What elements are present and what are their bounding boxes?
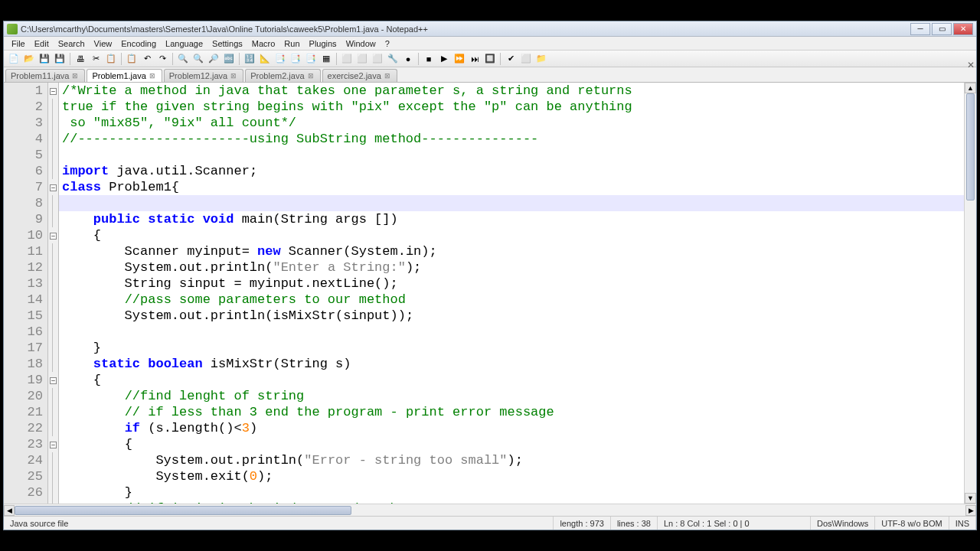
toolbar-button-9[interactable]: ↷ bbox=[155, 52, 169, 66]
code-line[interactable]: } bbox=[62, 340, 964, 356]
code-line[interactable]: { bbox=[62, 372, 964, 388]
toolbar-button-2[interactable]: 💾 bbox=[38, 52, 51, 66]
toolbar-button-0[interactable]: 📄 bbox=[7, 52, 21, 66]
toolbar-button-16[interactable]: 📑 bbox=[273, 52, 287, 66]
scroll-up-arrow-icon[interactable]: ▲ bbox=[965, 83, 976, 93]
code-line[interactable]: } bbox=[62, 484, 964, 500]
toolbar-button-17[interactable]: 📑 bbox=[289, 52, 302, 66]
tab-Problem1-java[interactable]: Problem1.java⊠ bbox=[87, 69, 162, 82]
toolbar-button-10[interactable]: 🔍 bbox=[176, 52, 190, 66]
horizontal-scrollbar[interactable]: ◀ ▶ bbox=[4, 504, 976, 516]
code-line[interactable]: System.out.println("Error - string too s… bbox=[62, 452, 964, 468]
tab-close-icon[interactable]: ⊠ bbox=[149, 72, 157, 80]
code-line[interactable]: String sinput = myinput.nextLine(); bbox=[62, 276, 964, 292]
fold-minus-icon[interactable]: − bbox=[50, 377, 57, 384]
code-line[interactable]: System.out.println(isMixStr(sinput)); bbox=[62, 308, 964, 324]
scroll-down-arrow-icon[interactable]: ▼ bbox=[965, 493, 976, 504]
fold-minus-icon[interactable]: − bbox=[50, 442, 57, 448]
toolbar-button-28[interactable]: ⏭ bbox=[468, 52, 482, 66]
code-line[interactable]: System.out.println("Enter a String:"); bbox=[62, 259, 964, 276]
toolbar-button-1[interactable]: 📂 bbox=[22, 52, 36, 66]
panel-close-icon[interactable]: ✕ bbox=[967, 60, 975, 70]
toolbar-button-20[interactable]: ⬜ bbox=[340, 52, 354, 66]
tab-close-icon[interactable]: ⊠ bbox=[230, 72, 238, 80]
fold-minus-icon[interactable]: − bbox=[50, 233, 57, 240]
scroll-thumb-vertical[interactable] bbox=[966, 93, 975, 201]
toolbar-button-18[interactable]: 📑 bbox=[304, 52, 318, 66]
toolbar-button-13[interactable]: 🔤 bbox=[222, 52, 236, 66]
menu-encoding[interactable]: Encoding bbox=[116, 37, 161, 50]
code-line[interactable]: class Problem1{ bbox=[62, 179, 964, 195]
toolbar-button-6[interactable]: 📋 bbox=[104, 52, 118, 66]
code-line[interactable]: // if less than 3 end the program - prin… bbox=[62, 404, 964, 420]
toolbar-button-32[interactable]: 📁 bbox=[534, 52, 548, 66]
toolbar-button-25[interactable]: ■ bbox=[422, 52, 436, 66]
code-line[interactable]: true if the given string begins with "pi… bbox=[62, 99, 964, 115]
tab-Problem2-java[interactable]: Problem2.java⊠ bbox=[245, 69, 320, 82]
menu-settings[interactable]: Settings bbox=[207, 37, 247, 50]
toolbar-button-3[interactable]: 💾 bbox=[53, 52, 67, 66]
close-button[interactable]: ✕ bbox=[953, 23, 973, 35]
menu-help[interactable]: ? bbox=[381, 37, 394, 50]
tab-Problem12-java[interactable]: Problem12.java⊠ bbox=[164, 69, 243, 82]
code-line[interactable]: import java.util.Scanner; bbox=[62, 163, 964, 179]
tab-close-icon[interactable]: ⊠ bbox=[384, 72, 392, 80]
toolbar-button-30[interactable]: ✔ bbox=[504, 52, 518, 66]
code-line[interactable] bbox=[62, 324, 964, 340]
scroll-left-arrow-icon[interactable]: ◀ bbox=[4, 505, 15, 516]
tab-exercise2-java[interactable]: exercise2.java⊠ bbox=[322, 69, 397, 82]
menu-plugins[interactable]: Plugins bbox=[305, 37, 341, 50]
toolbar-button-31[interactable]: ⬜ bbox=[519, 52, 533, 66]
menu-file[interactable]: File bbox=[7, 37, 30, 50]
toolbar-button-22[interactable]: ⬜ bbox=[371, 52, 384, 66]
fold-minus-icon[interactable]: − bbox=[50, 184, 57, 191]
toolbar-button-29[interactable]: 🔲 bbox=[483, 52, 497, 66]
toolbar-button-5[interactable]: ✂ bbox=[89, 52, 103, 66]
code-line[interactable]: { bbox=[62, 436, 964, 452]
toolbar-button-14[interactable]: 🔢 bbox=[243, 52, 256, 66]
toolbar-button-27[interactable]: ⏩ bbox=[452, 52, 466, 66]
menu-run[interactable]: Run bbox=[279, 37, 304, 50]
menu-window[interactable]: Window bbox=[341, 37, 381, 50]
menu-view[interactable]: View bbox=[90, 37, 117, 50]
code-line[interactable]: so "mix85", "9ix" all count*/ bbox=[62, 115, 964, 131]
toolbar-button-12[interactable]: 🔎 bbox=[207, 52, 220, 66]
code-line[interactable]: static boolean isMixStr(String s) bbox=[62, 356, 964, 372]
tab-close-icon[interactable]: ⊠ bbox=[308, 72, 315, 80]
code-line[interactable]: public static void main(String args []) bbox=[62, 211, 964, 227]
fold-minus-icon[interactable]: − bbox=[50, 88, 57, 95]
toolbar-button-26[interactable]: ▶ bbox=[437, 52, 451, 66]
scroll-right-arrow-icon[interactable]: ▶ bbox=[965, 505, 976, 516]
menu-macro[interactable]: Macro bbox=[247, 37, 280, 50]
code-line[interactable] bbox=[62, 147, 964, 163]
scroll-thumb-horizontal[interactable] bbox=[15, 506, 351, 515]
menu-search[interactable]: Search bbox=[54, 37, 90, 50]
toolbar-button-4[interactable]: 🖶 bbox=[74, 52, 87, 66]
vertical-scrollbar[interactable]: ▲ ▼ bbox=[964, 83, 976, 504]
toolbar-button-24[interactable]: ● bbox=[401, 52, 415, 66]
code-line[interactable]: // if ix is in the index 1 and 2 then re… bbox=[62, 500, 964, 504]
toolbar-button-11[interactable]: 🔍 bbox=[191, 52, 205, 66]
toolbar-button-8[interactable]: ↶ bbox=[140, 52, 154, 66]
code-line[interactable]: //find lenght of string bbox=[62, 388, 964, 404]
maximize-button[interactable]: ▭ bbox=[932, 23, 952, 35]
toolbar-button-19[interactable]: ▦ bbox=[319, 52, 333, 66]
minimize-button[interactable]: ─ bbox=[910, 23, 930, 35]
code-line[interactable]: //pass some parameters to our method bbox=[62, 292, 964, 308]
code-line[interactable] bbox=[62, 195, 964, 211]
code-line[interactable]: //----------------------using SubString … bbox=[62, 131, 964, 147]
menu-language[interactable]: Language bbox=[161, 37, 207, 50]
tab-close-icon[interactable]: ⊠ bbox=[72, 72, 80, 80]
tab-Problem11-java[interactable]: Problem11.java⊠ bbox=[5, 69, 85, 82]
code-line[interactable]: System.exit(0); bbox=[62, 468, 964, 484]
menu-edit[interactable]: Edit bbox=[30, 37, 54, 50]
toolbar-button-21[interactable]: ⬜ bbox=[355, 52, 369, 66]
code-line[interactable]: if (s.length()<3) bbox=[62, 420, 964, 436]
code-line[interactable]: Scanner myinput= new Scanner(System.in); bbox=[62, 243, 964, 259]
code-line[interactable]: /*Write a method in java that takes one … bbox=[62, 83, 964, 99]
code-area[interactable]: /*Write a method in java that takes one … bbox=[59, 83, 964, 504]
code-line[interactable]: { bbox=[62, 227, 964, 243]
toolbar-button-23[interactable]: 🔧 bbox=[386, 52, 400, 66]
toolbar-button-15[interactable]: 📐 bbox=[258, 52, 272, 66]
toolbar-button-7[interactable]: 📋 bbox=[125, 52, 139, 66]
